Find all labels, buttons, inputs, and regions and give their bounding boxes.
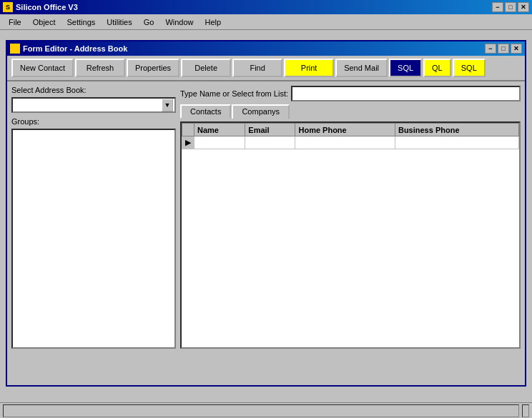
main-window: Form Editor - Address Book − □ ✕ New Con… — [6, 40, 526, 387]
inner-window-title: Form Editor - Address Book — [23, 44, 127, 53]
content-area: Select Address Book: ▼ Groups: Type Name… — [7, 81, 525, 353]
inner-close-button[interactable]: ✕ — [511, 44, 522, 54]
left-panel: Select Address Book: ▼ Groups: — [11, 86, 176, 349]
inner-app-icon — [10, 44, 20, 54]
ql-button[interactable]: QL — [423, 59, 451, 77]
cell-name — [194, 136, 245, 149]
window-bottom-area — [7, 353, 525, 385]
status-panel-right — [522, 404, 529, 417]
sql2-button[interactable]: SQL — [453, 59, 486, 77]
inner-title-bar: Form Editor - Address Book − □ ✕ — [7, 41, 525, 56]
inner-title-controls: − □ ✕ — [485, 44, 522, 54]
close-button[interactable]: ✕ — [518, 2, 529, 12]
col-email-header: Email — [245, 124, 295, 136]
row-indicator: ▶ — [182, 136, 194, 149]
sql1-button[interactable]: SQL — [389, 59, 422, 77]
title-bar-left: S Silicon Office V3 — [3, 2, 78, 12]
menu-help[interactable]: Help — [200, 16, 227, 28]
title-bar: S Silicon Office V3 − □ ✕ — [0, 0, 532, 14]
inner-minimize-button[interactable]: − — [485, 44, 496, 54]
title-bar-controls: − □ ✕ — [492, 2, 529, 12]
menu-window[interactable]: Window — [159, 16, 199, 28]
delete-button[interactable]: Delete — [181, 59, 231, 77]
table-row: ▶ — [182, 136, 519, 149]
menu-utilities[interactable]: Utilities — [101, 16, 137, 28]
menu-go[interactable]: Go — [138, 16, 160, 28]
tabs-container: Contacts Companys — [180, 104, 521, 119]
tab-contacts[interactable]: Contacts — [180, 104, 231, 119]
maximize-button[interactable]: □ — [505, 2, 516, 12]
new-contact-button[interactable]: New Contact — [11, 59, 74, 77]
col-business-phone-header: Business Phone — [395, 124, 518, 136]
groups-label: Groups: — [11, 117, 176, 126]
toolbar-spacer — [0, 30, 532, 37]
dropdown-arrow-icon[interactable]: ▼ — [162, 99, 173, 111]
groups-listbox[interactable] — [11, 129, 176, 349]
col-home-phone-header: Home Phone — [295, 124, 395, 136]
row-indicator-header — [182, 124, 194, 136]
menu-object[interactable]: Object — [27, 16, 61, 28]
address-book-dropdown[interactable]: ▼ — [11, 97, 176, 113]
search-label: Type Name or Select from List: — [180, 89, 288, 98]
app-title: Silicon Office V3 — [16, 3, 78, 11]
status-bar — [0, 402, 532, 418]
refresh-button[interactable]: Refresh — [75, 59, 125, 77]
find-button[interactable]: Find — [232, 59, 282, 77]
status-panel-left — [3, 404, 519, 417]
print-button[interactable]: Print — [284, 59, 334, 77]
search-input[interactable] — [291, 86, 521, 101]
col-name-header: Name — [194, 124, 245, 136]
cell-business-phone — [395, 136, 518, 149]
address-book-label: Select Address Book: — [11, 86, 176, 94]
toolbar: New Contact Refresh Properties Delete Fi… — [7, 56, 525, 81]
menu-settings[interactable]: Settings — [61, 16, 102, 28]
cell-email — [245, 136, 295, 149]
inner-maximize-button[interactable]: □ — [498, 44, 509, 54]
search-row: Type Name or Select from List: — [180, 86, 521, 101]
properties-button[interactable]: Properties — [127, 59, 179, 77]
menu-bar: File Object Settings Utilities Go Window… — [0, 14, 532, 30]
table-container: Name Email Home Phone Business Phone ▶ — [180, 121, 521, 349]
contacts-table: Name Email Home Phone Business Phone ▶ — [182, 123, 519, 149]
send-mail-button[interactable]: Send Mail — [335, 59, 388, 77]
inner-title-left: Form Editor - Address Book — [10, 44, 127, 54]
right-panel: Type Name or Select from List: Contacts … — [180, 86, 521, 349]
minimize-button[interactable]: − — [492, 2, 503, 12]
tab-companys[interactable]: Companys — [232, 104, 290, 119]
menu-file[interactable]: File — [3, 16, 27, 28]
cell-home-phone — [295, 136, 395, 149]
app-icon: S — [3, 2, 13, 12]
